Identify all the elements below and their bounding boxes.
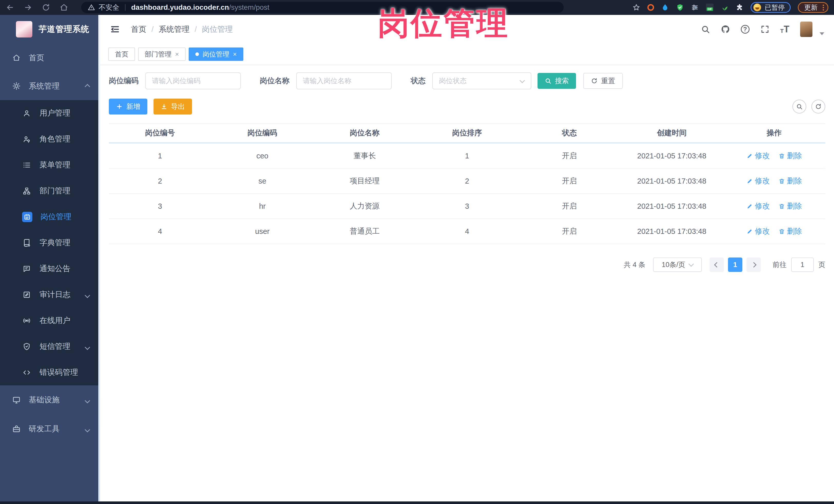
browser-forward-icon[interactable] (24, 3, 32, 12)
address-bar[interactable]: 不安全 dashboard.yudao.iocoder.cn /system/p… (81, 2, 564, 13)
column-header: 岗位名称 (313, 128, 416, 138)
export-button[interactable]: 导出 (154, 98, 192, 114)
paused-extension-badge[interactable]: 已暂停 (751, 2, 791, 13)
sidebar-item-label: 短信管理 (40, 341, 70, 352)
sidebar: 芋道管理系统 首页 系统管理 用户管理 角色管理 (0, 15, 100, 501)
sidebar-item-menus[interactable]: 菜单管理 (0, 152, 100, 178)
table-row[interactable]: 1 ceo 董事长 1 开启 2021-01-05 17:03:48 修改 删除 (109, 144, 825, 169)
breadcrumb-system[interactable]: 系统管理 (159, 24, 190, 35)
close-icon[interactable]: × (233, 51, 237, 58)
post-name-label: 岗位名称 (260, 76, 289, 86)
edit-link[interactable]: 修改 (746, 151, 770, 161)
sidebar-item-sms[interactable]: 短信管理 (0, 333, 100, 359)
collapse-sidebar-icon[interactable] (110, 24, 120, 35)
help-icon[interactable]: ? (741, 25, 749, 34)
column-header: 岗位编号 (109, 128, 211, 138)
sidebar-item-home[interactable]: 首页 (0, 44, 100, 72)
delete-link[interactable]: 删除 (778, 176, 802, 186)
chevron-down-icon (86, 396, 89, 404)
search-icon[interactable] (701, 25, 710, 34)
breadcrumb-home[interactable]: 首页 (131, 24, 146, 35)
sidebar-item-system-mgmt[interactable]: 系统管理 (0, 72, 100, 100)
add-button[interactable]: 新增 (109, 98, 147, 114)
browser-toolbar-right: GIF 已暂停 更新 (633, 2, 828, 13)
sidebar-item-online-users[interactable]: 在线用户 (0, 308, 100, 333)
tab-departments[interactable]: 部门管理 × (138, 47, 185, 61)
trash-icon (778, 228, 785, 235)
column-header: 操作 (723, 128, 825, 138)
browser-menu-dots-icon[interactable] (823, 5, 824, 10)
url-path[interactable]: /system/post (229, 3, 269, 12)
delete-link[interactable]: 删除 (778, 226, 802, 237)
gif-extension-icon[interactable]: GIF (706, 4, 714, 11)
post-name-input[interactable] (296, 72, 392, 89)
table-row[interactable]: 2 se 项目经理 2 开启 2021-01-05 17:03:48 修改 删除 (109, 169, 825, 194)
tab-home[interactable]: 首页 (108, 47, 135, 61)
tab-posts[interactable]: 岗位管理 × (189, 47, 243, 61)
chevron-up-icon (86, 82, 89, 90)
status-select[interactable]: 岗位状态 (432, 72, 531, 89)
sidebar-item-error-codes[interactable]: 错误码管理 (0, 359, 100, 386)
delete-link[interactable]: 删除 (778, 151, 802, 161)
puzzle-extensions-icon[interactable] (736, 4, 743, 11)
next-page-button[interactable] (746, 258, 761, 272)
sidebar-item-departments[interactable]: 部门管理 (0, 178, 100, 204)
reset-button[interactable]: 重置 (583, 73, 623, 89)
url-host[interactable]: dashboard.yudao.iocoder.cn (131, 3, 229, 12)
total-count: 共 4 条 (624, 260, 645, 269)
bookmark-star-icon[interactable] (633, 4, 640, 11)
table-row[interactable]: 3 hr 人力资源 3 开启 2021-01-05 17:03:48 修改 删除 (109, 194, 825, 219)
table-row[interactable]: 4 user 普通员工 4 开启 2021-01-05 17:03:48 修改 … (109, 219, 825, 244)
sidebar-item-audit-log[interactable]: 审计日志 (0, 282, 100, 308)
refresh-table-button[interactable] (811, 100, 825, 113)
sidebar-item-label: 研发工具 (29, 424, 60, 434)
goto-page-input[interactable] (791, 258, 814, 272)
sidebar-item-roles[interactable]: 角色管理 (0, 126, 100, 152)
delete-link[interactable]: 删除 (778, 201, 802, 211)
toolbox-icon (12, 424, 21, 434)
sprout-extension-icon[interactable] (721, 4, 728, 11)
blue-pin-extension-icon[interactable] (661, 4, 669, 11)
post-code-input[interactable] (145, 72, 241, 89)
edit-link[interactable]: 修改 (746, 176, 770, 186)
shield-check-extension-icon[interactable] (676, 4, 684, 11)
browser-home-icon[interactable] (60, 3, 68, 12)
page-size-select[interactable]: 10条/页 (653, 258, 702, 272)
security-label[interactable]: 不安全 (98, 3, 119, 12)
search-button[interactable]: 搜索 (537, 73, 576, 89)
sidebar-item-users[interactable]: 用户管理 (0, 100, 100, 126)
pencil-icon (746, 178, 753, 184)
prev-page-button[interactable] (709, 258, 724, 272)
close-icon[interactable]: × (175, 51, 179, 58)
sidebar-item-dev-tools[interactable]: 研发工具 (0, 414, 100, 443)
github-icon[interactable] (721, 25, 730, 34)
cell-created-time: 2021-01-05 17:03:48 (621, 227, 723, 236)
sidebar-item-notices[interactable]: 通知公告 (0, 256, 100, 282)
orange-ring-extension-icon[interactable] (648, 4, 654, 11)
sliders-extension-icon[interactable] (691, 4, 699, 11)
browser-reload-icon[interactable] (42, 3, 50, 12)
page-number-1[interactable]: 1 (728, 258, 742, 272)
browser-back-icon[interactable] (6, 3, 14, 12)
chevron-right-icon (751, 262, 756, 267)
user-avatar[interactable] (800, 22, 812, 37)
chrome-update-button[interactable]: 更新 (798, 2, 828, 13)
sidebar-item-label: 基础设施 (29, 395, 60, 405)
fullscreen-icon[interactable] (760, 25, 770, 34)
avatar-caret-icon[interactable] (820, 32, 824, 35)
search-filter-form: 岗位编码 岗位名称 状态 岗位状态 搜索 重置 (109, 72, 825, 89)
sidebar-item-dict[interactable]: 字典管理 (0, 230, 100, 256)
paused-label: 已暂停 (765, 3, 785, 12)
cell-post-status: 开启 (518, 176, 621, 186)
toggle-search-button[interactable] (792, 100, 806, 113)
edit-link[interactable]: 修改 (746, 201, 770, 211)
sidebar-item-infrastructure[interactable]: 基础设施 (0, 386, 100, 414)
font-size-icon[interactable]: TT (780, 25, 789, 34)
page-unit-label: 页 (818, 260, 825, 269)
header-actions: ? TT (701, 22, 824, 37)
sidebar-item-posts[interactable]: 岗位管理 (0, 204, 100, 230)
app-logo[interactable]: 芋道管理系统 (0, 15, 100, 44)
cell-post-status: 开启 (518, 151, 621, 161)
column-header: 岗位编码 (211, 128, 314, 138)
edit-link[interactable]: 修改 (746, 226, 770, 237)
